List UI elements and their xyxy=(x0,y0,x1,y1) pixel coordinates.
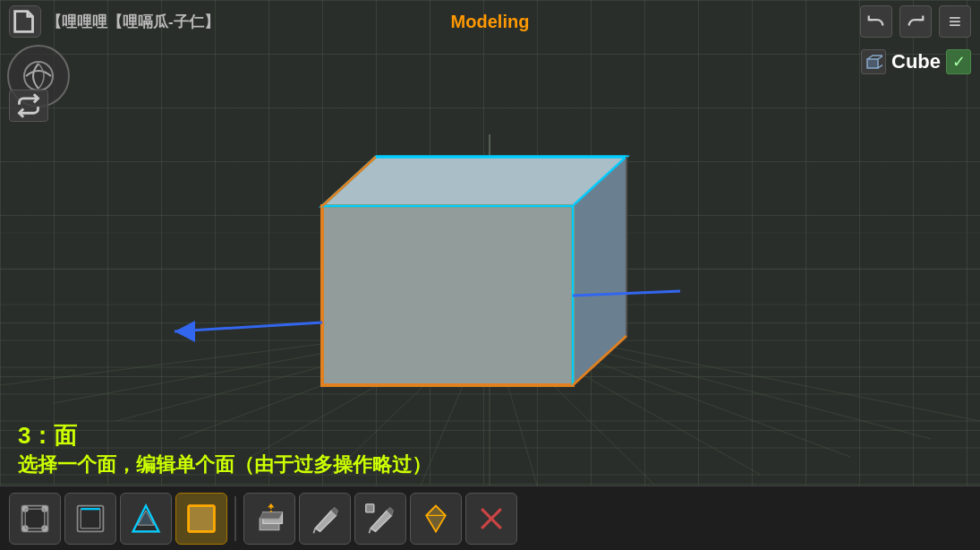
top-center: Modeling xyxy=(451,12,530,32)
top-bar: 【哩哩哩【哩嗝瓜-子仁】 Modeling ≡ xyxy=(0,0,980,43)
instruction-panel: 3：面 选择一个面，编辑单个面（由于过多操作略过） xyxy=(18,420,431,478)
instruction-body: 选择一个面，编辑单个面（由于过多操作略过） xyxy=(18,451,431,478)
edge-mode-button[interactable] xyxy=(64,493,116,545)
svg-marker-68 xyxy=(260,511,282,518)
draw-button[interactable] xyxy=(299,493,351,545)
viewport: 【哩哩哩【哩嗝瓜-子仁】 Modeling ≡ xyxy=(0,0,980,550)
svg-marker-27 xyxy=(322,206,573,385)
object-type-icon xyxy=(861,49,886,74)
svg-line-73 xyxy=(369,528,371,532)
face-mode-button[interactable] xyxy=(175,493,227,545)
face-outline-mode-button[interactable] xyxy=(120,493,172,545)
vertex-mode-button[interactable] xyxy=(9,493,61,545)
delete-button[interactable] xyxy=(465,493,517,545)
draw-alt-button[interactable] xyxy=(354,493,406,545)
svg-rect-72 xyxy=(366,503,374,511)
svg-line-38 xyxy=(175,322,322,331)
instruction-heading: 3：面 xyxy=(18,420,431,451)
object-selector: Cube ✓ xyxy=(861,49,971,74)
transform-button[interactable] xyxy=(410,493,462,545)
mode-label: Modeling xyxy=(451,12,530,31)
svg-point-41 xyxy=(24,62,53,90)
top-left-controls: 【哩哩哩【哩嗝瓜-子仁】 xyxy=(9,5,219,38)
object-name-label: Cube xyxy=(891,50,941,73)
svg-marker-39 xyxy=(175,321,195,342)
svg-rect-42 xyxy=(867,59,878,68)
extrude-button[interactable] xyxy=(243,493,295,545)
file-button[interactable] xyxy=(9,5,41,38)
undo-button[interactable] xyxy=(860,5,892,38)
toolbar-divider-1 xyxy=(234,496,236,541)
view-swap-button[interactable] xyxy=(9,90,48,122)
bottom-toolbar xyxy=(0,486,980,550)
svg-rect-61 xyxy=(189,505,215,531)
svg-line-71 xyxy=(313,528,315,532)
svg-marker-70 xyxy=(268,503,274,507)
object-visibility-toggle[interactable]: ✓ xyxy=(946,49,971,74)
redo-button[interactable] xyxy=(899,5,932,38)
svg-marker-74 xyxy=(426,505,446,531)
top-right-controls: ≡ xyxy=(860,5,971,38)
menu-button[interactable]: ≡ xyxy=(939,5,971,38)
app-title: 【哩哩哩【哩嗝瓜-子仁】 xyxy=(47,12,219,32)
